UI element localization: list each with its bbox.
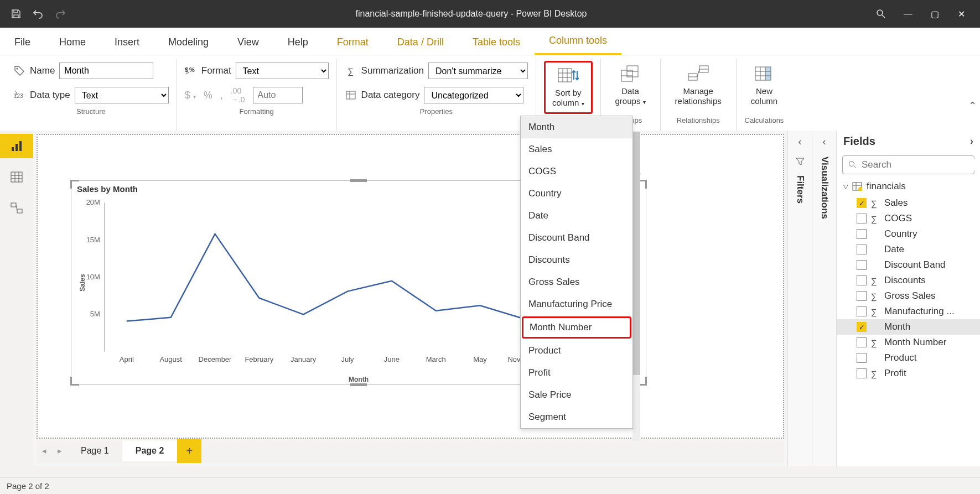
field-item[interactable]: ∑Profit [837,366,980,381]
tab-view[interactable]: View [223,30,273,55]
field-checkbox[interactable] [857,245,867,254]
decimals-icon[interactable]: .00→.0 [231,86,245,104]
tab-file[interactable]: File [0,30,45,55]
sort-option[interactable]: Manufacturing Price [521,293,632,315]
fields-table[interactable]: ▽ financials [837,178,980,195]
data-view-button[interactable] [0,165,33,189]
field-checkbox[interactable] [857,260,867,270]
data-category-label: Data category [361,90,420,101]
field-item[interactable]: Product [837,350,980,366]
field-checkbox[interactable] [857,291,867,301]
dropdown-scrollbar[interactable] [632,132,640,441]
tag-icon [13,65,25,77]
percent-icon[interactable]: % [204,90,212,101]
undo-icon[interactable] [32,8,44,20]
format-select[interactable]: Text [236,63,329,79]
field-checkbox[interactable] [857,337,867,347]
data-groups-button[interactable]: Datagroups ▾ [609,61,652,114]
tab-home[interactable]: Home [45,30,100,55]
field-item[interactable]: Country [837,226,980,242]
svg-text:December: December [199,355,232,363]
sort-option[interactable]: Gross Sales [521,271,632,293]
svg-text:April: April [120,355,134,363]
field-checkbox[interactable] [857,368,867,378]
datatype-select[interactable]: Text [75,87,169,103]
report-canvas[interactable]: · · · Sales by Month Sales 5M10M15M20MAp… [37,134,784,439]
redo-icon[interactable] [54,8,66,20]
sort-option[interactable]: Discount Band [521,227,632,249]
fields-search[interactable] [842,155,974,174]
sort-option[interactable]: Sale Price [521,384,632,406]
tab-table-tools[interactable]: Table tools [458,30,535,55]
save-icon[interactable] [10,8,22,20]
chevron-down-icon: ▾ [582,101,584,107]
field-checkbox[interactable] [857,229,867,239]
model-view-button[interactable] [0,196,33,220]
field-label: Discounts [884,275,926,286]
minimize-icon[interactable]: — [903,9,914,19]
name-input[interactable] [59,63,153,79]
decimal-places-input[interactable] [253,87,303,103]
tab-format[interactable]: Format [323,30,383,55]
sort-option[interactable]: Discounts [521,249,632,271]
close-icon[interactable]: ✕ [956,9,967,19]
field-item[interactable]: ∑COGS [837,211,980,226]
field-item[interactable]: Date [837,242,980,257]
svg-text:5M: 5M [90,310,100,318]
statusbar: Page 2 of 2 [0,477,980,494]
thousands-icon[interactable]: , [220,90,223,101]
field-item[interactable]: ✓∑Sales [837,195,980,211]
sort-by-column-button[interactable]: Sort bycolumn ▾ [544,61,593,114]
fields-search-input[interactable] [862,159,979,170]
search-icon[interactable] [876,9,887,19]
tab-modeling[interactable]: Modeling [154,30,223,55]
field-item[interactable]: ✓Month [837,319,980,335]
tab-column-tools[interactable]: Column tools [535,28,621,55]
data-category-select[interactable]: Uncategorized [424,87,523,103]
page-next-icon[interactable]: ▸ [52,446,68,456]
sort-option[interactable]: COGS [521,160,632,183]
sort-option[interactable]: Segment [521,406,632,428]
field-checkbox[interactable] [857,353,867,363]
filters-pane-collapsed[interactable]: ‹ Filters [787,131,812,466]
window-title: financial-sample-finished-update-query -… [66,9,876,19]
field-checkbox[interactable] [857,306,867,316]
page-tab[interactable]: Page 1 [68,440,122,461]
field-item[interactable]: Discount Band [837,257,980,273]
sort-option[interactable]: Date [521,205,632,227]
tab-insert[interactable]: Insert [100,30,154,55]
ribbon-collapse-icon[interactable]: ⌃ [968,100,977,112]
svg-rect-9 [558,69,572,82]
currency-icon[interactable]: $ ▾ [185,90,196,101]
sigma-icon: ∑ [871,199,880,208]
sort-option[interactable]: Country [521,183,632,205]
add-page-button[interactable]: + [177,439,201,463]
sigma-icon: ∑ [345,65,357,77]
field-item[interactable]: ∑Discounts [837,273,980,288]
svg-line-1 [882,15,885,18]
sort-option[interactable]: Profit [521,362,632,384]
manage-relationships-button[interactable]: Managerelationships [668,61,728,114]
maximize-icon[interactable]: ▢ [929,9,940,19]
field-checkbox[interactable] [857,214,867,223]
field-checkbox[interactable]: ✓ [857,322,867,332]
field-item[interactable]: ∑Manufacturing ... [837,304,980,319]
chevron-right-icon[interactable]: › [970,136,973,147]
sort-option[interactable]: Product [521,340,632,362]
report-view-button[interactable] [0,134,33,158]
sort-option[interactable]: Month [521,116,632,138]
field-item[interactable]: ∑Month Number [837,335,980,350]
field-item[interactable]: ∑Gross Sales [837,288,980,304]
field-checkbox[interactable]: ✓ [857,198,867,208]
field-checkbox[interactable] [857,275,867,285]
summarization-select[interactable]: Don't summarize [428,63,528,79]
tab-help[interactable]: Help [273,30,323,55]
new-column-button[interactable]: Newcolumn [744,61,784,114]
sort-option[interactable]: Sales [521,138,632,160]
page-prev-icon[interactable]: ◂ [37,446,52,456]
sort-option[interactable]: Month Number [522,316,631,339]
svg-line-56 [854,166,856,168]
tab-data-drill[interactable]: Data / Drill [383,30,458,55]
visualizations-pane-collapsed[interactable]: ‹ Visualizations [812,131,836,466]
page-tab[interactable]: Page 2 [122,440,178,461]
